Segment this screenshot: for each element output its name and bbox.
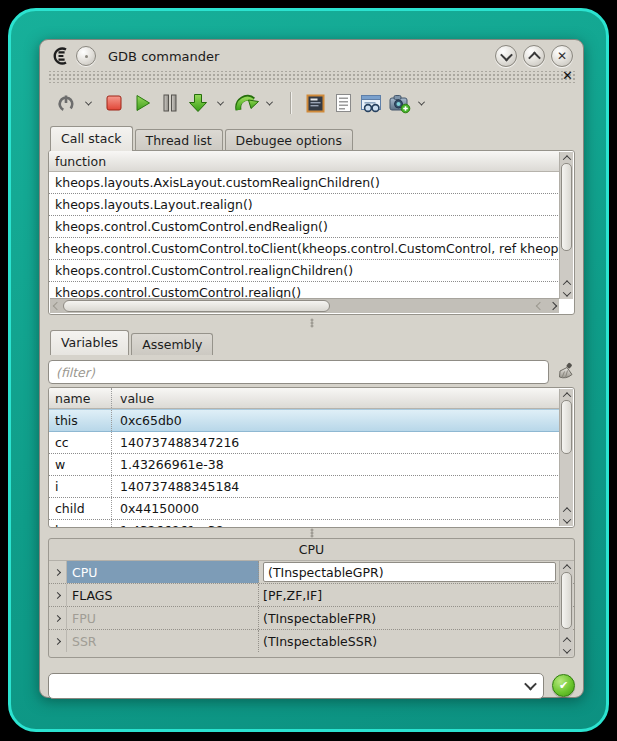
- scrollbar-thumb[interactable]: [561, 163, 572, 251]
- chevron-right-icon: [54, 614, 61, 621]
- expand-button[interactable]: [49, 584, 67, 606]
- name-column-header[interactable]: name: [49, 391, 111, 406]
- pause-icon: [161, 93, 179, 113]
- scroll-down-button[interactable]: [560, 515, 573, 526]
- variable-row[interactable]: w 1.43266961e-38: [49, 454, 560, 476]
- variable-name: cc: [49, 435, 111, 450]
- scroll-up-button[interactable]: [560, 504, 573, 515]
- variable-row[interactable]: b 1.43266961e-38: [49, 520, 560, 528]
- cpu-register-row[interactable]: FPU (TInspectableFPR): [49, 607, 574, 630]
- window-title: GDB commander: [108, 49, 219, 64]
- tab-call-stack[interactable]: Call stack: [50, 126, 133, 151]
- chevron-down-icon: [417, 98, 424, 105]
- filter-row: [48, 360, 575, 384]
- variable-value: 1.43266961e-38: [111, 520, 560, 528]
- scrollbar-thumb[interactable]: [561, 572, 572, 629]
- expand-button[interactable]: [49, 607, 67, 629]
- variable-row[interactable]: cc 140737488347216: [49, 432, 560, 454]
- stack-frame-row[interactable]: kheops.layouts.AxisLayout.customRealignC…: [49, 172, 560, 194]
- scroll-up-button[interactable]: [560, 389, 573, 400]
- step-over-dropdown-button[interactable]: [263, 101, 275, 106]
- expand-button[interactable]: [49, 630, 67, 652]
- watch-window-icon: [360, 94, 382, 113]
- variable-row[interactable]: this 0xc65db0: [49, 409, 560, 432]
- minimize-button[interactable]: [495, 45, 517, 67]
- call-stack-vertical-scrollbar[interactable]: [559, 152, 573, 299]
- tab-variables[interactable]: Variables: [50, 330, 129, 355]
- scroll-up-button[interactable]: [560, 152, 573, 163]
- value-column-header[interactable]: value: [111, 388, 560, 408]
- watch-inspector-button[interactable]: [359, 90, 383, 116]
- chevron-down-icon: [562, 515, 570, 523]
- stack-frame-row[interactable]: kheops.layouts.Layout.realign(): [49, 194, 560, 216]
- tab-thread-list[interactable]: Thread list: [135, 129, 223, 151]
- cpu-view-button[interactable]: [303, 90, 327, 116]
- close-button[interactable]: ✕: [551, 45, 573, 67]
- filter-input[interactable]: [48, 360, 549, 384]
- snapshot-dropdown-button[interactable]: [415, 101, 427, 106]
- stop-button[interactable]: [102, 90, 126, 116]
- play-icon: [132, 93, 152, 113]
- chevron-down-icon: [562, 288, 570, 296]
- cpu-inspector-panel: CPU CPU (TInspectableGPR) FLAGS [PF,ZF,I…: [48, 538, 575, 658]
- run-button[interactable]: [130, 90, 154, 116]
- stack-frame-row[interactable]: kheops.control.CustomControl.realignChil…: [49, 260, 560, 282]
- stack-frame-row[interactable]: kheops.control.CustomControl.toClient(kh…: [49, 238, 560, 260]
- chevron-down-icon: [500, 48, 513, 61]
- scroll-left-button[interactable]: [50, 301, 63, 312]
- scroll-right-button[interactable]: [546, 301, 559, 312]
- tab-assembly[interactable]: Assembly: [131, 333, 213, 355]
- scroll-up-button[interactable]: [560, 277, 573, 288]
- variable-row[interactable]: child 0x44150000: [49, 498, 560, 520]
- tab-debugee-options[interactable]: Debugee options: [225, 129, 354, 151]
- cpu-register-row[interactable]: SSR (TInspectableSSR): [49, 630, 574, 652]
- toolbar-separator: [290, 92, 292, 114]
- maximize-button[interactable]: [523, 45, 545, 67]
- register-group-name: FPU: [67, 607, 259, 629]
- stack-frame-row[interactable]: kheops.control.CustomControl.endRealign(…: [49, 216, 560, 238]
- stack-variables-splitter[interactable]: [48, 315, 575, 331]
- step-over-button[interactable]: [234, 90, 259, 116]
- scroll-down-button[interactable]: [560, 288, 573, 299]
- broom-icon: [555, 362, 575, 382]
- cpu-register-row[interactable]: CPU (TInspectableGPR): [49, 561, 574, 584]
- expand-button[interactable]: [49, 561, 67, 583]
- debug-toolbar: [48, 86, 575, 120]
- power-button[interactable]: [54, 90, 78, 116]
- step-into-dropdown-button[interactable]: [214, 101, 226, 106]
- instruction-list-button[interactable]: [331, 90, 355, 116]
- scroll-up-button[interactable]: [560, 561, 573, 572]
- scrollbar-thumb[interactable]: [561, 400, 572, 454]
- pause-button[interactable]: [158, 90, 182, 116]
- gdb-command-combobox[interactable]: [48, 673, 544, 699]
- titlebar[interactable]: GDB commander ✕: [48, 43, 575, 69]
- dock-close-button[interactable]: ✕: [562, 69, 573, 83]
- variables-cpu-splitter[interactable]: [48, 528, 575, 538]
- snapshot-button[interactable]: [387, 90, 411, 116]
- cpu-panel-title: CPU: [49, 539, 574, 560]
- power-dropdown-button[interactable]: [82, 101, 94, 106]
- clear-filter-button[interactable]: [555, 362, 575, 382]
- splitter-grip-icon: [310, 319, 313, 328]
- scroll-down-button[interactable]: [560, 645, 573, 656]
- chevron-left-icon: [52, 302, 60, 310]
- cpu-vertical-scrollbar[interactable]: [559, 561, 573, 656]
- scroll-up-button[interactable]: [560, 634, 573, 645]
- cpu-register-row[interactable]: FLAGS [PF,ZF,IF]: [49, 584, 574, 607]
- variables-vertical-scrollbar[interactable]: [559, 389, 573, 526]
- scroll-left-button[interactable]: [533, 301, 546, 312]
- send-command-button[interactable]: ✔: [552, 674, 575, 697]
- gdb-command-input[interactable]: [57, 677, 526, 694]
- step-into-button[interactable]: [186, 90, 210, 116]
- function-column-header[interactable]: function: [49, 151, 560, 172]
- variable-row[interactable]: i 140737488345184: [49, 476, 560, 498]
- chevron-down-icon: [524, 678, 537, 691]
- dock-drag-handle[interactable]: ✕: [48, 71, 575, 83]
- register-value-field[interactable]: (TInspectableGPR): [263, 562, 556, 582]
- window-menu-button[interactable]: [76, 46, 96, 66]
- gdb-commander-window: GDB commander ✕ ✕: [39, 39, 584, 698]
- call-stack-horizontal-scrollbar[interactable]: [50, 298, 559, 313]
- cpu-chip-icon: [305, 93, 326, 114]
- chevron-right-icon: [54, 568, 61, 575]
- scrollbar-thumb[interactable]: [63, 300, 330, 312]
